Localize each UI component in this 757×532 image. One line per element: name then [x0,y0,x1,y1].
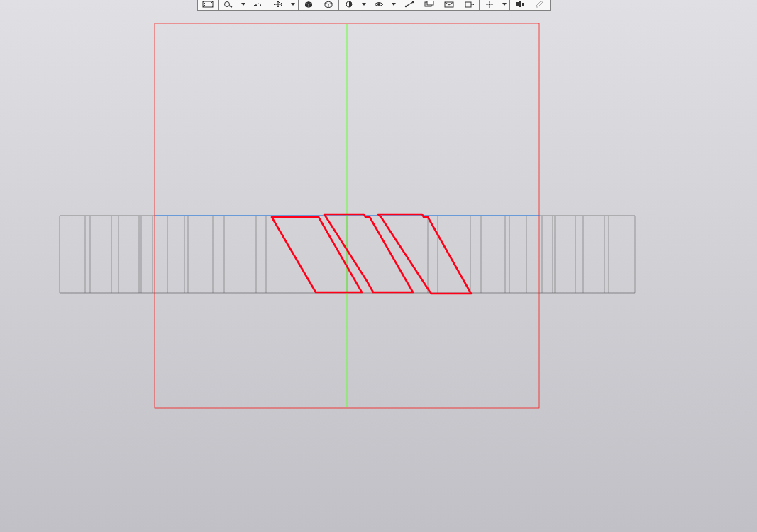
svg-rect-21 [522,3,524,6]
layer-button[interactable] [419,0,439,9]
drawing-canvas[interactable] [0,10,757,532]
svg-line-2 [229,6,232,7]
selection-shape[interactable] [324,214,413,292]
pan-icon [272,1,284,8]
shade-icon [343,1,355,8]
viewport[interactable] [0,10,757,532]
selection-shape[interactable] [272,217,362,292]
svg-rect-0 [203,1,213,7]
pipette-button[interactable] [530,0,550,9]
isometric-button[interactable] [299,0,319,9]
svg-point-9 [412,1,414,3]
pipette-icon [534,1,546,8]
svg-point-8 [405,6,407,7]
zoom-dropdown[interactable] [238,0,248,9]
cube-icon [322,1,335,8]
dropdown-icon [391,1,397,7]
svg-point-14 [489,4,491,6]
visibility-dropdown[interactable] [389,0,399,9]
svg-point-6 [377,3,380,6]
shade-dropdown[interactable] [359,0,369,9]
settings-button[interactable] [510,0,530,9]
dropdown-icon [290,1,296,7]
visibility-icon [372,1,385,8]
toolbar [197,0,551,11]
selection-shape[interactable] [378,214,471,294]
measure-button[interactable] [399,0,419,9]
svg-rect-13 [465,2,471,7]
mail-icon [443,1,455,8]
rotate-button[interactable] [248,0,268,9]
export-button[interactable] [459,0,479,9]
target-button[interactable] [480,0,499,9]
dropdown-icon [241,1,246,7]
zoom-button[interactable] [219,0,238,9]
svg-rect-19 [516,2,519,6]
pan-dropdown[interactable] [288,0,298,9]
iso-cube-icon [302,1,315,8]
svg-rect-20 [519,1,521,7]
target-dropdown[interactable] [499,0,509,9]
zoom-icon [222,1,235,8]
measure-icon [403,1,416,8]
dropdown-icon [361,1,367,7]
svg-point-1 [225,2,230,7]
visibility-button[interactable] [369,0,389,9]
shade-button[interactable] [339,0,359,9]
export-icon [463,1,475,8]
rotate-icon [252,1,265,8]
svg-rect-11 [427,1,433,5]
dropdown-icon [502,1,507,7]
target-icon [483,1,496,8]
settings-icon [514,1,526,8]
cube-button[interactable] [319,0,338,9]
fit-view-icon [201,1,214,8]
fit-view-button[interactable] [198,0,218,9]
layer-icon [423,1,436,8]
svg-line-7 [406,2,413,6]
mail-button[interactable] [439,0,459,9]
pan-button[interactable] [268,0,288,9]
